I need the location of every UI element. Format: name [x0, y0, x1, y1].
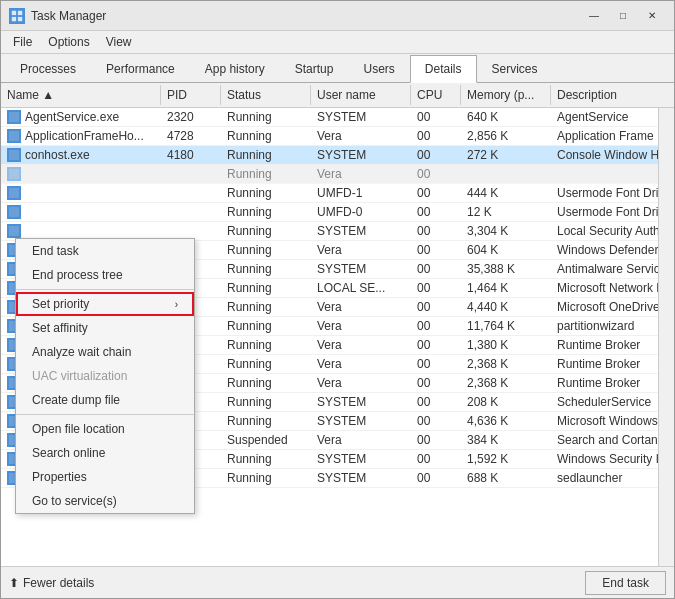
table-row[interactable]: Running UMFD-1 00 444 K Usermode Font Dr… — [1, 184, 658, 203]
svg-rect-0 — [12, 10, 16, 14]
submenu-arrow: › — [175, 299, 178, 310]
table-row[interactable]: Running UMFD-0 00 12 K Usermode Font Dri… — [1, 203, 658, 222]
svg-rect-2 — [12, 16, 16, 20]
tab-app-history[interactable]: App history — [190, 55, 280, 83]
cell-name: AgentService.exe — [1, 108, 161, 126]
cell-desc: AgentService — [551, 108, 658, 126]
cell-pid: 2320 — [161, 108, 221, 126]
cell-user: SYSTEM — [311, 108, 411, 126]
minimize-button[interactable]: — — [580, 6, 608, 26]
scrollbar[interactable] — [658, 108, 674, 566]
tab-details[interactable]: Details — [410, 55, 477, 83]
menu-options[interactable]: Options — [40, 33, 97, 51]
cell-name — [1, 203, 161, 221]
tab-users[interactable]: Users — [348, 55, 409, 83]
maximize-button[interactable]: □ — [609, 6, 637, 26]
cell-memory: 2,856 K — [461, 127, 551, 145]
svg-rect-7 — [9, 169, 19, 179]
cell-desc: Application Frame Host — [551, 127, 658, 145]
cell-pid: 4728 — [161, 127, 221, 145]
app-icon — [9, 8, 25, 24]
svg-rect-10 — [9, 226, 19, 236]
fewer-details-button[interactable]: ⬆ Fewer details — [9, 576, 94, 590]
process-icon — [7, 110, 21, 124]
process-icon — [7, 148, 21, 162]
window-title: Task Manager — [31, 9, 106, 23]
process-icon — [7, 129, 21, 143]
fewer-details-label: Fewer details — [23, 576, 94, 590]
svg-rect-8 — [9, 188, 19, 198]
menu-file[interactable]: File — [5, 33, 40, 51]
bottom-bar: ⬆ Fewer details End task — [1, 566, 674, 598]
ctx-search-online[interactable]: Search online — [16, 441, 194, 465]
close-button[interactable]: ✕ — [638, 6, 666, 26]
ctx-separator-2 — [16, 414, 194, 415]
tab-startup[interactable]: Startup — [280, 55, 349, 83]
process-icon — [7, 167, 21, 181]
ctx-analyze-wait-chain[interactable]: Analyze wait chain — [16, 340, 194, 364]
cell-status: Running — [221, 127, 311, 145]
cell-cpu: 00 — [411, 108, 461, 126]
svg-rect-1 — [18, 10, 22, 14]
svg-rect-9 — [9, 207, 19, 217]
cell-memory: 272 K — [461, 146, 551, 164]
col-memory[interactable]: Memory (p... — [461, 85, 551, 105]
cell-name — [1, 165, 161, 183]
cell-name: ApplicationFrameHo... — [1, 127, 161, 145]
ctx-properties[interactable]: Properties — [16, 465, 194, 489]
window-controls: — □ ✕ — [580, 6, 666, 26]
svg-rect-4 — [9, 112, 19, 122]
ctx-set-priority[interactable]: Set priority › — [16, 292, 194, 316]
title-bar: Task Manager — □ ✕ — [1, 1, 674, 31]
table-row[interactable]: conhost.exe 4180 Running SYSTEM 00 272 K… — [1, 146, 658, 165]
svg-rect-5 — [9, 131, 19, 141]
ctx-open-file-location[interactable]: Open file location — [16, 417, 194, 441]
cell-name: conhost.exe — [1, 146, 161, 164]
col-status[interactable]: Status — [221, 85, 311, 105]
fewer-details-icon: ⬆ — [9, 576, 19, 590]
cell-user: Vera — [311, 127, 411, 145]
process-icon — [7, 205, 21, 219]
col-pid[interactable]: PID — [161, 85, 221, 105]
content-area: Name ▲ PID Status User name CPU Memory (… — [1, 83, 674, 566]
cell-name — [1, 184, 161, 202]
ctx-go-to-services[interactable]: Go to service(s) — [16, 489, 194, 513]
ctx-set-affinity[interactable]: Set affinity — [16, 316, 194, 340]
tab-processes[interactable]: Processes — [5, 55, 91, 83]
cell-status: Running — [221, 108, 311, 126]
ctx-end-process-tree[interactable]: End process tree — [16, 263, 194, 287]
table-row[interactable]: AgentService.exe 2320 Running SYSTEM 00 … — [1, 108, 658, 127]
menu-bar: File Options View — [1, 31, 674, 54]
cell-user: SYSTEM — [311, 146, 411, 164]
title-bar-left: Task Manager — [9, 8, 106, 24]
process-icon — [7, 224, 21, 238]
tab-performance[interactable]: Performance — [91, 55, 190, 83]
menu-view[interactable]: View — [98, 33, 140, 51]
table-header: Name ▲ PID Status User name CPU Memory (… — [1, 83, 674, 108]
cell-pid: 4180 — [161, 146, 221, 164]
ctx-separator — [16, 289, 194, 290]
svg-rect-6 — [9, 150, 19, 160]
table-row[interactable]: Running Vera 00 — [1, 165, 658, 184]
end-task-button[interactable]: End task — [585, 571, 666, 595]
cell-cpu: 00 — [411, 127, 461, 145]
col-cpu[interactable]: CPU — [411, 85, 461, 105]
cell-cpu: 00 — [411, 146, 461, 164]
context-menu: End task End process tree Set priority ›… — [15, 238, 195, 514]
tab-bar: Processes Performance App history Startu… — [1, 54, 674, 83]
svg-rect-3 — [18, 16, 22, 20]
col-description[interactable]: Description — [551, 85, 674, 105]
col-username[interactable]: User name — [311, 85, 411, 105]
cell-status: Running — [221, 146, 311, 164]
ctx-end-task[interactable]: End task — [16, 239, 194, 263]
ctx-uac-virtualization: UAC virtualization — [16, 364, 194, 388]
table-row[interactable]: ApplicationFrameHo... 4728 Running Vera … — [1, 127, 658, 146]
cell-memory: 640 K — [461, 108, 551, 126]
ctx-create-dump-file[interactable]: Create dump file — [16, 388, 194, 412]
cell-desc: Console Window Host — [551, 146, 658, 164]
process-icon — [7, 186, 21, 200]
tab-services[interactable]: Services — [477, 55, 553, 83]
task-manager-window: Task Manager — □ ✕ File Options View Pro… — [0, 0, 675, 599]
col-name[interactable]: Name ▲ — [1, 85, 161, 105]
